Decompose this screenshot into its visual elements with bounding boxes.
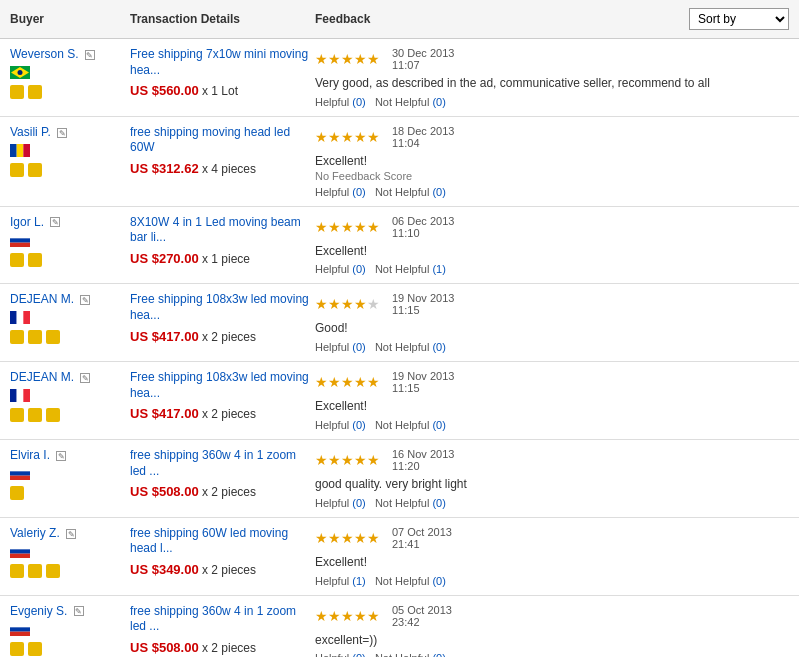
table-row: Valeriy Z. ✎ free shipping 60W led movin… <box>0 518 799 596</box>
buyer-name-4[interactable]: DEJEAN M. <box>10 370 74 384</box>
svg-rect-13 <box>17 389 24 402</box>
not-helpful-link-7[interactable]: (0) <box>432 652 445 657</box>
transaction-cell-4: Free shipping 108x3w led moving hea... U… <box>130 370 315 421</box>
not-helpful-label-7: Not Helpful <box>375 652 432 657</box>
feedback-date-7: 05 Oct 201323:42 <box>392 604 452 628</box>
country-flag-0 <box>10 66 30 79</box>
helpful-link-5[interactable]: (0) <box>352 497 365 509</box>
star-filled: ★ <box>315 51 328 67</box>
transaction-title-5[interactable]: free shipping 360w 4 in 1 zoom led ... <box>130 448 296 478</box>
transaction-title-7[interactable]: free shipping 360w 4 in 1 zoom led ... <box>130 604 296 634</box>
buyer-name-7[interactable]: Evgeniy S. <box>10 604 67 618</box>
edit-icon-3[interactable]: ✎ <box>80 295 90 305</box>
transaction-cell-2: 8X10W 4 in 1 Led moving beam bar li... U… <box>130 215 315 266</box>
buyer-name-6[interactable]: Valeriy Z. <box>10 526 60 540</box>
helpful-label-7: Helpful <box>315 652 352 657</box>
edit-icon-5[interactable]: ✎ <box>56 451 66 461</box>
buyer-cell-7: Evgeniy S. ✎ <box>10 604 130 656</box>
edit-icon-4[interactable]: ✎ <box>80 373 90 383</box>
buyer-name-0[interactable]: Weverson S. <box>10 47 78 61</box>
buyer-name-5[interactable]: Elvira I. <box>10 448 50 462</box>
svg-point-2 <box>18 70 23 75</box>
svg-rect-7 <box>10 238 30 242</box>
stars-row-0: ★★★★★ 30 Dec 201311:07 <box>315 47 789 71</box>
star-filled: ★ <box>315 452 328 468</box>
sort-by-container[interactable]: Sort by Date Helpful <box>689 8 789 30</box>
medals-0 <box>10 85 130 99</box>
stars-5: ★★★★★ <box>315 452 380 468</box>
buyer-name-2[interactable]: Igor L. <box>10 215 44 229</box>
transaction-title-4[interactable]: Free shipping 108x3w led moving hea... <box>130 370 309 400</box>
buyer-name-1[interactable]: Vasili P. <box>10 125 51 139</box>
helpful-link-7[interactable]: (0) <box>352 652 365 657</box>
not-helpful-label-0: Not Helpful <box>375 96 432 108</box>
feedback-cell-2: ★★★★★ 06 Dec 201311:10 Excellent! Helpfu… <box>315 215 789 276</box>
feedback-text-1: Excellent! <box>315 153 789 170</box>
not-helpful-label-3: Not Helpful <box>375 341 432 353</box>
table-row: Weverson S. ✎ Free shipping 7x10w mini m… <box>0 39 799 117</box>
feedback-date-6: 07 Oct 201321:41 <box>392 526 452 550</box>
feedback-text-7: excellent=)) <box>315 632 789 649</box>
stars-4: ★★★★★ <box>315 374 380 390</box>
svg-rect-19 <box>10 549 30 553</box>
svg-rect-20 <box>10 553 30 557</box>
sort-select[interactable]: Sort by Date Helpful <box>689 8 789 30</box>
not-helpful-link-6[interactable]: (0) <box>432 575 445 587</box>
helpful-link-3[interactable]: (0) <box>352 341 365 353</box>
not-helpful-link-2[interactable]: (1) <box>432 263 445 275</box>
svg-rect-18 <box>10 545 30 549</box>
star-filled: ★ <box>354 51 367 67</box>
svg-rect-23 <box>10 631 30 635</box>
star-filled: ★ <box>328 608 341 624</box>
transaction-title-6[interactable]: free shipping 60W led moving head l... <box>130 526 288 556</box>
helpful-link-0[interactable]: (0) <box>352 96 365 108</box>
feedback-date-2: 06 Dec 201311:10 <box>392 215 454 239</box>
stars-2: ★★★★★ <box>315 219 380 235</box>
helpful-link-1[interactable]: (0) <box>352 186 365 198</box>
svg-rect-17 <box>10 476 30 480</box>
transaction-qty-3: x 2 pieces <box>202 330 256 344</box>
feedback-cell-0: ★★★★★ 30 Dec 201311:07 Very good, as des… <box>315 47 789 108</box>
svg-rect-10 <box>17 311 24 324</box>
edit-icon-7[interactable]: ✎ <box>74 606 84 616</box>
transaction-title-1[interactable]: free shipping moving head led 60W <box>130 125 290 155</box>
star-filled: ★ <box>328 219 341 235</box>
helpful-link-6[interactable]: (1) <box>352 575 365 587</box>
transaction-title-3[interactable]: Free shipping 108x3w led moving hea... <box>130 292 309 322</box>
transaction-qty-0: x 1 Lot <box>202 84 238 98</box>
medals-3 <box>10 330 130 344</box>
helpful-link-2[interactable]: (0) <box>352 263 365 275</box>
country-flag-3 <box>10 311 30 324</box>
stars-row-6: ★★★★★ 07 Oct 201321:41 <box>315 526 789 550</box>
helpful-link-4[interactable]: (0) <box>352 419 365 431</box>
transaction-price-2: US $270.00 <box>130 251 199 266</box>
not-helpful-label-5: Not Helpful <box>375 497 432 509</box>
transaction-price-1: US $312.62 <box>130 161 199 176</box>
transaction-title-0[interactable]: Free shipping 7x10w mini moving hea... <box>130 47 308 77</box>
not-helpful-link-1[interactable]: (0) <box>432 186 445 198</box>
not-helpful-link-3[interactable]: (0) <box>432 341 445 353</box>
star-filled: ★ <box>367 129 380 145</box>
helpful-row-4: Helpful (0) Not Helpful (0) <box>315 419 789 431</box>
not-helpful-link-5[interactable]: (0) <box>432 497 445 509</box>
country-flag-2 <box>10 234 30 247</box>
edit-icon-0[interactable]: ✎ <box>85 50 95 60</box>
star-filled: ★ <box>341 296 354 312</box>
star-filled: ★ <box>341 374 354 390</box>
medals-1 <box>10 163 130 177</box>
not-helpful-link-0[interactable]: (0) <box>432 96 445 108</box>
edit-icon-2[interactable]: ✎ <box>50 217 60 227</box>
transaction-title-2[interactable]: 8X10W 4 in 1 Led moving beam bar li... <box>130 215 301 245</box>
feedback-date-0: 30 Dec 201311:07 <box>392 47 454 71</box>
svg-rect-8 <box>10 242 30 246</box>
edit-icon-1[interactable]: ✎ <box>57 128 67 138</box>
table-row: Igor L. ✎ 8X10W 4 in 1 Led moving beam b… <box>0 207 799 285</box>
svg-rect-3 <box>10 144 17 157</box>
buyer-name-3[interactable]: DEJEAN M. <box>10 292 74 306</box>
helpful-label-0: Helpful <box>315 96 352 108</box>
feedback-cell-7: ★★★★★ 05 Oct 201323:42 excellent=)) Help… <box>315 604 789 657</box>
not-helpful-link-4[interactable]: (0) <box>432 419 445 431</box>
edit-icon-6[interactable]: ✎ <box>66 529 76 539</box>
medals-7 <box>10 642 130 656</box>
header-buyer: Buyer <box>10 12 130 26</box>
